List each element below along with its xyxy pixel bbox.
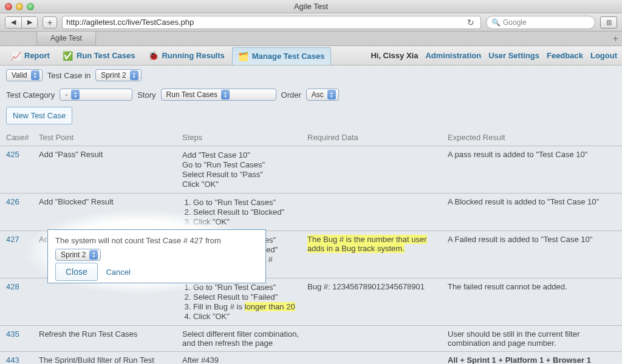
chevron-updown-icon: ▲▼ <box>327 90 336 99</box>
expected-result: All + Sprint 1 + Platform 1 + Browser 1 … <box>448 356 618 364</box>
dialog-sprint-value: Sprint 2 <box>61 251 86 259</box>
window-titlebar: Agile Test <box>0 0 622 13</box>
url-bar[interactable]: http://agiletest.cc/live/TestCases.php ↻ <box>62 16 481 29</box>
status-select[interactable]: Valid ▲▼ <box>6 69 43 81</box>
status-value: Valid <box>12 71 27 79</box>
test-point: Add "Blocked" Result <box>39 197 179 206</box>
window-title: Agile Test <box>0 2 622 11</box>
category-value: - <box>65 90 67 99</box>
test-point: Refresh the Run Test Cases <box>39 329 179 339</box>
chevron-updown-icon: ▲▼ <box>71 90 80 99</box>
story-label: Story <box>137 90 156 99</box>
expected-result: A pass result is added to "Test Case 10" <box>448 150 618 159</box>
tab-manage-test-cases[interactable]: 🗂️ Manage Test Cases <box>232 47 332 65</box>
search-icon: 🔍 <box>491 18 501 27</box>
col-point: Test Point <box>39 133 179 142</box>
required-data: The Bug # is the number that user adds i… <box>307 235 444 253</box>
test-point: The Sprint/Build filter of Run Test Case… <box>39 356 179 364</box>
case-link[interactable]: 443 <box>6 356 35 364</box>
close-button[interactable]: Close <box>55 263 98 281</box>
tab-report[interactable]: 📈 Report <box>5 47 56 64</box>
table-row: 425 Add "Pass" Result Add "Test Case 10"… <box>0 146 622 194</box>
toolbar-menu-icon[interactable]: ▥ <box>600 16 617 29</box>
sprint-select[interactable]: Sprint 2 ▲▼ <box>95 69 141 81</box>
steps: Select different filter combination, and… <box>182 329 304 348</box>
order-value: Asc <box>312 90 324 99</box>
case-link[interactable]: 435 <box>6 329 35 339</box>
app-nav: 📈 Report ✅ Run Test Cases 🐞 Running Resu… <box>0 46 622 66</box>
col-expected: Expected Result <box>448 133 618 142</box>
table-row: 435 Refresh the Run Test Cases Select di… <box>0 326 622 352</box>
tab-manage-label: Manage Test Cases <box>252 52 325 61</box>
forward-button[interactable]: ▶ <box>21 17 37 28</box>
user-greeting: Hi, Cissy Xia <box>371 51 418 60</box>
manage-icon: 🗂️ <box>239 52 248 61</box>
tab-running-label: Running Results <box>162 51 224 60</box>
search-input[interactable]: 🔍 Google <box>486 16 595 29</box>
order-select[interactable]: Asc ▲▼ <box>306 89 339 101</box>
back-button[interactable]: ◀ <box>5 17 21 28</box>
category-label: Test Category <box>6 90 55 99</box>
chevron-updown-icon: ▲▼ <box>31 70 39 80</box>
report-icon: 📈 <box>11 51 21 61</box>
col-required: Required Data <box>307 133 444 142</box>
col-steps: Steps <box>182 133 304 142</box>
story-select[interactable]: Run Test Cases ▲▼ <box>161 89 276 101</box>
test-point: Add "Pass" Result <box>39 150 179 159</box>
cancel-link[interactable]: Cancel <box>106 268 130 277</box>
tab-running-results[interactable]: 🐞 Running Results <box>142 47 230 64</box>
expected-result: User should be still in the current filt… <box>448 329 618 348</box>
link-user-settings[interactable]: User Settings <box>488 51 539 60</box>
link-logout[interactable]: Logout <box>590 51 617 60</box>
sprint-value: Sprint 2 <box>101 71 126 79</box>
case-link[interactable]: 428 <box>6 282 35 291</box>
search-placeholder: Google <box>503 18 527 27</box>
link-administration[interactable]: Administration <box>425 51 481 60</box>
tab-report-label: Report <box>24 51 50 60</box>
expected-result: A Failed result is added to "Test Case 1… <box>448 235 618 244</box>
tab-run-test-cases[interactable]: ✅ Run Test Cases <box>57 47 142 64</box>
category-select[interactable]: - ▲▼ <box>60 89 132 101</box>
table-row: 443 The Sprint/Build filter of Run Test … <box>0 352 622 364</box>
chevron-updown-icon: ▲▼ <box>89 250 98 260</box>
new-tab-button[interactable]: + <box>613 33 618 44</box>
story-value: Run Test Cases <box>166 90 218 99</box>
browser-tab[interactable]: Agile Test <box>36 31 96 46</box>
chevron-updown-icon: ▲▼ <box>130 70 138 80</box>
tab-run-label: Run Test Cases <box>77 51 135 60</box>
chevron-updown-icon: ▲▼ <box>221 90 230 99</box>
tab-strip: Agile Test + <box>0 32 622 46</box>
in-label: Test Case in <box>47 71 91 80</box>
dialog-text: The system will not count Test Case # 42… <box>55 236 221 245</box>
steps: Add "Test Case 10" Go to "Run Test Cases… <box>182 150 304 189</box>
expected-result: A Blocked result is added to "Test Case … <box>448 197 618 206</box>
steps: After #439 <box>182 356 304 364</box>
browser-toolbar: ◀ ▶ + http://agiletest.cc/live/TestCases… <box>0 13 622 32</box>
steps: Go to "Run Test Cases" Select Result to … <box>182 282 304 322</box>
reload-icon[interactable]: ↻ <box>465 18 477 27</box>
required-data: Bug #: 123456789012345678901 <box>307 282 444 291</box>
link-feedback[interactable]: Feedback <box>547 51 583 60</box>
run-icon: ✅ <box>63 51 73 61</box>
dialog-sprint-select[interactable]: Sprint 2 ▲▼ <box>55 249 101 261</box>
add-bookmark-button[interactable]: + <box>43 16 57 29</box>
col-case: Case# <box>6 133 35 142</box>
confirm-dialog: The system will not count Test Case # 42… <box>47 229 266 283</box>
order-label: Order <box>281 90 301 99</box>
bug-icon: 🐞 <box>148 51 158 61</box>
table-header: Case# Test Point Steps Required Data Exp… <box>0 129 622 146</box>
new-test-case-button[interactable]: New Test Case <box>6 107 72 124</box>
expected-result: The failed result cannot be added. <box>448 282 618 291</box>
url-text: http://agiletest.cc/live/TestCases.php <box>66 18 194 27</box>
case-link[interactable]: 426 <box>6 197 35 206</box>
case-link[interactable]: 425 <box>6 150 35 159</box>
